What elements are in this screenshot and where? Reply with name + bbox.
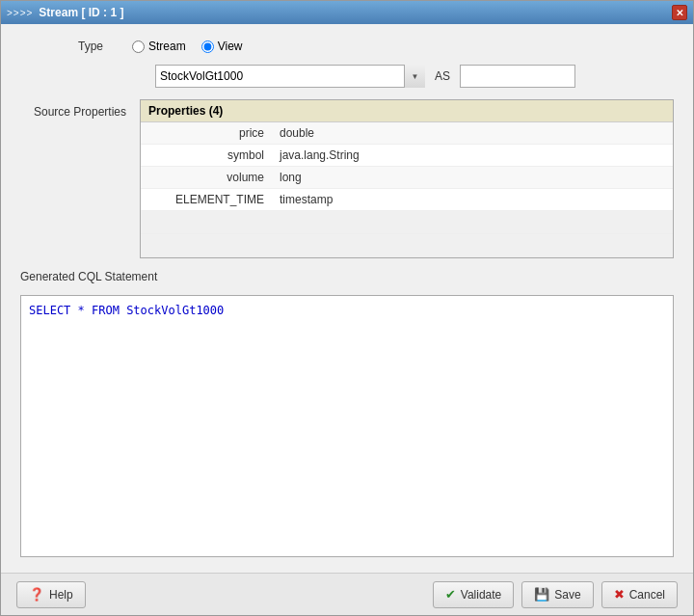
validate-button[interactable]: ✔ Validate xyxy=(433,581,514,608)
cql-textarea[interactable]: SELECT * FROM StockVolGt1000 xyxy=(20,295,674,557)
validate-label: Validate xyxy=(461,588,501,602)
footer: ❓ Help ✔ Validate 💾 Save ✖ Cancel xyxy=(1,573,693,615)
title-bar: >>>> Stream [ ID : 1 ] ✕ xyxy=(1,1,693,24)
table-row: symbol java.lang.String xyxy=(141,145,673,167)
footer-right: ✔ Validate 💾 Save ✖ Cancel xyxy=(433,581,678,608)
prop-name-3: ELEMENT_TIME xyxy=(164,193,280,206)
properties-table: Properties (4) price double symbol java.… xyxy=(140,99,674,258)
empty-row-2 xyxy=(141,234,673,257)
type-row: Type Stream View xyxy=(78,40,674,53)
cql-label: Generated CQL Statement xyxy=(20,270,674,283)
prop-type-0: double xyxy=(280,126,314,140)
type-radio-group: Stream View xyxy=(132,40,242,53)
prop-type-1: java.lang.String xyxy=(280,148,360,162)
view-radio[interactable] xyxy=(201,40,214,53)
prop-type-2: long xyxy=(280,171,302,184)
prop-name-1: symbol xyxy=(164,148,280,162)
window-title: Stream [ ID : 1 ] xyxy=(39,6,123,19)
stream-select-wrapper: StockVolGt1000 ▼ xyxy=(155,65,425,88)
view-radio-option[interactable]: View xyxy=(201,40,243,53)
view-radio-label[interactable]: View xyxy=(218,40,243,53)
select-row: StockVolGt1000 ▼ AS xyxy=(155,65,674,88)
type-label: Type xyxy=(78,40,103,53)
validate-icon: ✔ xyxy=(445,587,456,602)
help-button[interactable]: ❓ Help xyxy=(16,581,86,608)
title-bar-left: >>>> Stream [ ID : 1 ] xyxy=(7,6,123,19)
table-row: price double xyxy=(141,122,673,145)
main-window: >>>> Stream [ ID : 1 ] ✕ Type Stream Vie… xyxy=(0,0,694,616)
save-icon: 💾 xyxy=(534,587,549,602)
cancel-icon: ✖ xyxy=(614,587,625,602)
source-properties-label: Source Properties xyxy=(20,99,126,119)
as-label: AS xyxy=(435,69,450,83)
cancel-label: Cancel xyxy=(629,588,665,602)
source-properties-section: Source Properties Properties (4) price d… xyxy=(20,99,674,258)
stream-radio-option[interactable]: Stream xyxy=(132,40,186,53)
table-row: ELEMENT_TIME timestamp xyxy=(141,189,673,211)
prop-name-2: volume xyxy=(164,171,280,184)
help-icon: ❓ xyxy=(29,587,44,602)
close-button[interactable]: ✕ xyxy=(672,5,687,20)
cancel-button[interactable]: ✖ Cancel xyxy=(601,581,678,608)
content-area: Type Stream View StockVolGt1000 ▼ AS xyxy=(1,24,693,573)
cql-statement: SELECT * FROM StockVolGt1000 xyxy=(29,304,224,317)
stream-radio-label[interactable]: Stream xyxy=(148,40,186,53)
prop-type-3: timestamp xyxy=(280,193,333,206)
help-label: Help xyxy=(49,588,73,602)
empty-row-1 xyxy=(141,211,673,234)
window-icon: >>>> xyxy=(7,8,33,18)
stream-radio[interactable] xyxy=(132,40,145,53)
footer-left: ❓ Help xyxy=(16,581,86,608)
properties-header: Properties (4) xyxy=(141,100,673,122)
table-row: volume long xyxy=(141,167,673,189)
as-input[interactable] xyxy=(460,65,575,88)
save-label: Save xyxy=(554,588,580,602)
stream-select[interactable]: StockVolGt1000 xyxy=(155,65,425,88)
prop-name-0: price xyxy=(164,126,280,140)
save-button[interactable]: 💾 Save xyxy=(521,581,593,608)
